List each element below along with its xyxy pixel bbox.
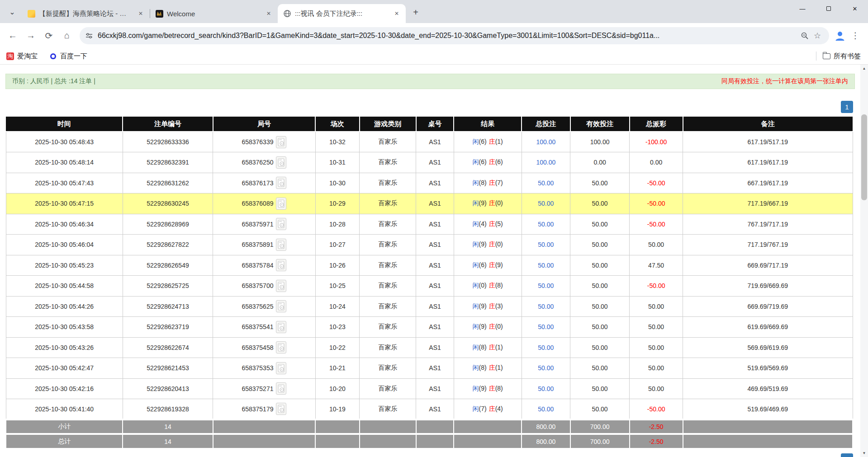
cell-time: 2025-10-30 05:44:58: [6, 276, 123, 297]
zoom-level-icon[interactable]: [798, 29, 811, 42]
cell-round-id: 658375179: [213, 399, 316, 420]
video-replay-button[interactable]: [276, 280, 286, 292]
bookmark-star-icon[interactable]: ☆: [811, 29, 824, 42]
cell-time: 2025-10-30 05:44:26: [6, 296, 123, 317]
banker-result: 庄: [489, 282, 495, 289]
cell-round-id: 658375891: [213, 235, 316, 255]
cell-note: 619.69/669.69: [683, 317, 853, 338]
scroll-down-icon[interactable]: ▼: [860, 449, 868, 457]
video-replay-button[interactable]: [276, 362, 286, 374]
video-replay-button[interactable]: [276, 259, 286, 271]
page-1-button[interactable]: 1: [841, 101, 853, 113]
bookmark-taobao[interactable]: 淘 爱淘宝: [6, 52, 38, 61]
cell-result: 闲(7)庄(4): [454, 399, 522, 420]
browser-menu-icon[interactable]: ⋮: [848, 28, 863, 44]
video-replay-button[interactable]: [276, 198, 286, 210]
page-1-button-bottom[interactable]: 1: [841, 453, 853, 457]
cell-table-id: AS1: [416, 255, 454, 276]
cell-result: 闲(9)庄(3): [454, 296, 522, 317]
banker-result: 庄: [489, 261, 495, 269]
player-result: 闲: [473, 385, 479, 392]
banker-result: 庄: [489, 323, 495, 330]
cell-game-type: 百家乐: [360, 337, 416, 358]
tab-bet-records[interactable]: :::视讯 会员下注纪录::: ✕: [278, 4, 406, 23]
cell-result: 闲(6)庄(1): [454, 132, 522, 152]
cell-note: 667.19/617.19: [683, 173, 853, 193]
cell-payout: -50.00: [630, 214, 683, 235]
welcome-favicon-icon: [155, 9, 163, 18]
cell-session: 10-27: [315, 235, 359, 255]
round-number: 658376339: [242, 138, 273, 146]
table-row: 2025-10-30 05:47:15 522928630245 6583760…: [6, 193, 853, 214]
tab-close-icon[interactable]: ✕: [264, 9, 273, 18]
banker-result: 庄: [489, 199, 495, 207]
cell-time: 2025-10-30 05:48:14: [6, 152, 123, 173]
video-replay-button[interactable]: [276, 403, 286, 415]
summary-valid-bet: 700.00: [570, 419, 630, 434]
round-number: 658376173: [242, 179, 273, 187]
video-replay-button[interactable]: [276, 218, 286, 230]
video-replay-button[interactable]: [276, 136, 286, 148]
site-settings-icon[interactable]: [85, 32, 93, 40]
banker-result: 庄: [489, 179, 495, 186]
address-bar[interactable]: 66cxkj98.com/game/betrecord_search/kind3…: [80, 27, 829, 44]
video-replay-button[interactable]: [276, 156, 286, 169]
cell-total-bet: 50.00: [522, 255, 570, 276]
summary-count: 14: [123, 434, 213, 448]
close-window-button[interactable]: ✕: [842, 0, 868, 17]
cell-valid-bet: 50.00: [570, 255, 630, 276]
cell-round-id: 658375541: [213, 317, 316, 338]
banker-result: 庄: [489, 138, 495, 145]
video-replay-button[interactable]: [276, 300, 286, 312]
bookmarks-divider: [816, 52, 816, 61]
player-result: 闲: [473, 158, 479, 165]
tab-close-icon[interactable]: ✕: [392, 9, 401, 18]
bookmark-label: 爱淘宝: [17, 52, 38, 61]
profile-avatar[interactable]: [832, 28, 848, 44]
cell-bet-id: 522928630245: [123, 193, 213, 214]
cell-table-id: AS1: [416, 358, 454, 379]
back-button[interactable]: ←: [5, 28, 21, 44]
cell-payout: 50.00: [630, 317, 683, 338]
tab-title: 【新提醒】海燕策略论坛 - 综合: [39, 9, 133, 18]
restore-button[interactable]: [816, 0, 842, 17]
minimize-button[interactable]: —: [789, 0, 816, 17]
scroll-up-icon[interactable]: ▲: [860, 65, 868, 72]
scrollbar-thumb[interactable]: [861, 114, 867, 200]
summary-label: 小计: [6, 419, 123, 434]
summary-row: 小计 14 800.00 700.00 -2.50: [6, 419, 853, 434]
tab-title: Welcome: [167, 10, 261, 18]
table-row: 2025-10-30 05:48:14 522928632391 6583762…: [6, 152, 853, 173]
cell-total-bet: 50.00: [522, 214, 570, 235]
cell-session: 10-28: [315, 214, 359, 235]
cell-result: 闲(9)庄(0): [454, 193, 522, 214]
url-text[interactable]: 66cxkj98.com/game/betrecord_search/kind3…: [98, 32, 798, 40]
all-bookmarks-button[interactable]: 所有书签: [823, 52, 861, 61]
cell-time: 2025-10-30 05:41:40: [6, 399, 123, 420]
cell-payout: 0.00: [630, 152, 683, 173]
cell-game-type: 百家乐: [360, 296, 416, 317]
bookmark-baidu[interactable]: 百度一下: [49, 52, 87, 61]
tab-close-icon[interactable]: ✕: [136, 9, 145, 18]
video-replay-button[interactable]: [276, 239, 286, 251]
reload-button[interactable]: ⟳: [41, 28, 57, 44]
video-replay-button[interactable]: [276, 321, 286, 333]
vertical-scrollbar[interactable]: ▲ ▼: [860, 65, 868, 457]
all-bookmarks-label: 所有书签: [834, 52, 861, 61]
home-button[interactable]: ⌂: [59, 28, 75, 44]
video-replay-button[interactable]: [276, 177, 286, 189]
cell-game-type: 百家乐: [360, 235, 416, 255]
round-number: 658375353: [242, 364, 273, 372]
cell-session: 10-19: [315, 399, 359, 420]
tab-seagull-forum[interactable]: 【新提醒】海燕策略论坛 - 综合 ✕: [22, 4, 150, 23]
player-result: 闲: [473, 138, 479, 145]
tab-welcome[interactable]: Welcome ✕: [150, 4, 278, 23]
new-tab-button[interactable]: +: [409, 6, 422, 19]
tab-search-button[interactable]: ⌄: [5, 4, 20, 19]
cell-note: 717.19/767.19: [683, 235, 853, 255]
video-replay-button[interactable]: [276, 382, 286, 395]
video-replay-button[interactable]: [276, 341, 286, 353]
forward-button[interactable]: →: [23, 28, 39, 44]
cell-payout: 50.00: [630, 378, 683, 399]
cell-valid-bet: 50.00: [570, 296, 630, 317]
